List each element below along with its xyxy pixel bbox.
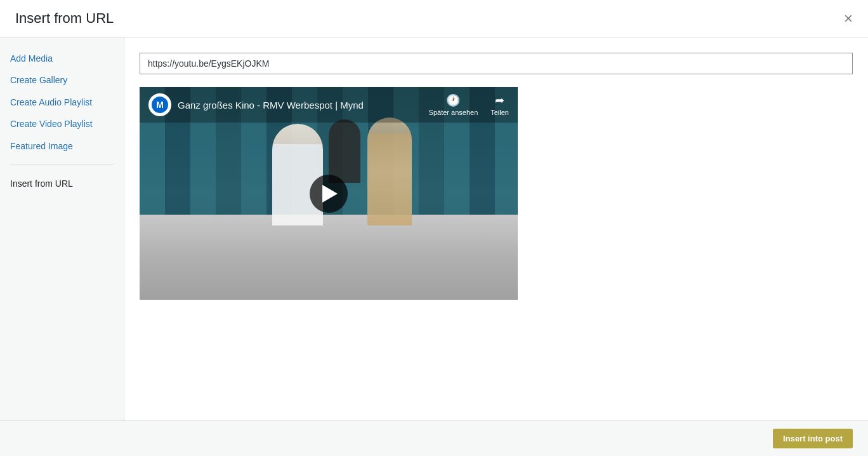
modal-body: Add Media Create Gallery Create Audio Pl…	[0, 37, 868, 420]
modal-title: Insert from URL	[15, 10, 114, 27]
figure-man	[367, 117, 412, 225]
url-input[interactable]	[140, 53, 853, 74]
share-label: Teilen	[490, 109, 509, 116]
video-title: Ganz großes Kino - RMV Werbespot | Mynd	[178, 100, 423, 111]
youtube-actions: 🕐 Später ansehen ➦ Teilen	[429, 93, 509, 116]
modal-header: Insert from URL ×	[0, 0, 868, 37]
sidebar: Add Media Create Gallery Create Audio Pl…	[0, 37, 124, 420]
sidebar-item-featured-image[interactable]: Featured Image	[0, 135, 124, 157]
sidebar-divider	[10, 164, 114, 165]
sidebar-item-create-audio-playlist[interactable]: Create Audio Playlist	[0, 91, 124, 113]
share-icon: ➦	[495, 93, 504, 107]
figure-woman	[272, 124, 323, 225]
play-icon	[322, 185, 338, 203]
sidebar-item-create-gallery[interactable]: Create Gallery	[0, 69, 124, 91]
media-modal: Insert from URL × Add Media Create Galle…	[0, 0, 868, 456]
video-thumbnail: M Ganz großes Kino - RMV Werbespot | Myn…	[140, 87, 518, 300]
insert-into-post-button[interactable]: Insert into post	[773, 429, 853, 448]
play-button[interactable]	[310, 175, 348, 213]
modal-footer: Insert into post	[0, 420, 868, 456]
sidebar-item-add-media[interactable]: Add Media	[0, 48, 124, 69]
figure-background	[329, 119, 360, 183]
share-action[interactable]: ➦ Teilen	[490, 93, 509, 116]
youtube-logo-inner: M	[152, 97, 168, 113]
close-button[interactable]: ×	[844, 11, 853, 26]
main-content: M Ganz großes Kino - RMV Werbespot | Myn…	[124, 37, 868, 420]
youtube-logo: M	[148, 93, 171, 116]
sidebar-item-create-video-playlist[interactable]: Create Video Playlist	[0, 113, 124, 135]
clock-icon: 🕐	[446, 93, 460, 107]
watch-later-action[interactable]: 🕐 Später ansehen	[429, 93, 478, 116]
watch-later-label: Später ansehen	[429, 109, 478, 116]
video-container: M Ganz großes Kino - RMV Werbespot | Myn…	[140, 87, 518, 300]
sidebar-item-insert-from-url[interactable]: Insert from URL	[0, 173, 124, 194]
scene-floor	[140, 215, 518, 300]
youtube-overlay: M Ganz großes Kino - RMV Werbespot | Myn…	[140, 87, 518, 123]
